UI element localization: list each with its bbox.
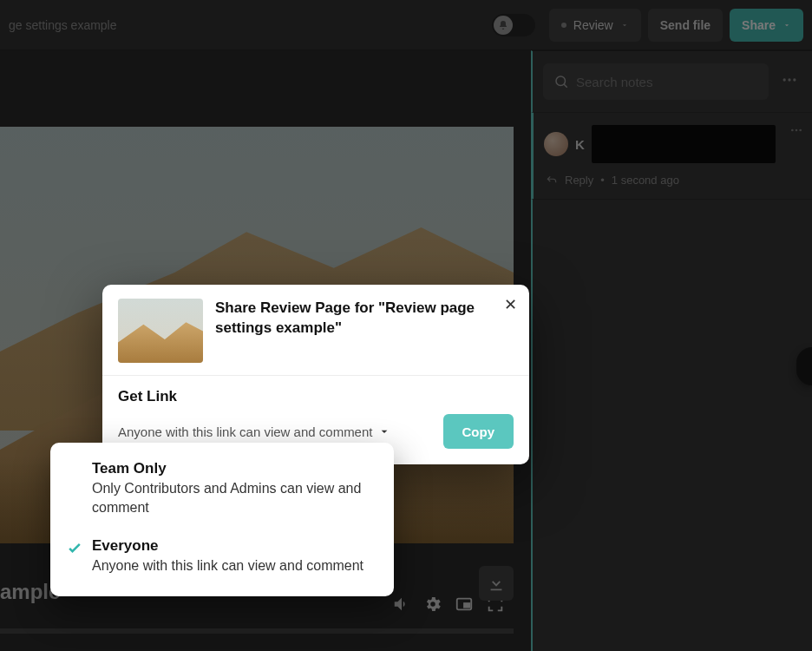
- share-thumbnail: [118, 299, 203, 363]
- scope-option-team[interactable]: Team Only Only Contributors and Admins c…: [66, 455, 378, 522]
- share-modal-title: Share Review Page for "Review page setti…: [215, 299, 514, 339]
- get-link-heading: Get Link: [118, 388, 514, 405]
- check-icon: [66, 539, 83, 575]
- close-icon: ✕: [504, 296, 517, 313]
- chevron-down-icon: [377, 424, 391, 438]
- option-sublabel: Anyone with this link can view and comme…: [92, 556, 363, 575]
- link-scope-dropdown[interactable]: Anyone with this link can view and comme…: [118, 424, 391, 439]
- option-label: Everyone: [92, 537, 363, 555]
- close-button[interactable]: ✕: [504, 295, 517, 314]
- copy-link-button[interactable]: Copy: [443, 414, 514, 449]
- option-label: Team Only: [92, 460, 378, 477]
- scope-option-everyone[interactable]: Everyone Anyone with this link can view …: [66, 532, 378, 581]
- share-modal: Share Review Page for "Review page setti…: [102, 285, 529, 464]
- scope-dropdown-menu: Team Only Only Contributors and Admins c…: [50, 443, 394, 596]
- option-sublabel: Only Contributors and Admins can view an…: [92, 479, 378, 516]
- app-root: ge settings example Review Send file Sha…: [0, 0, 812, 651]
